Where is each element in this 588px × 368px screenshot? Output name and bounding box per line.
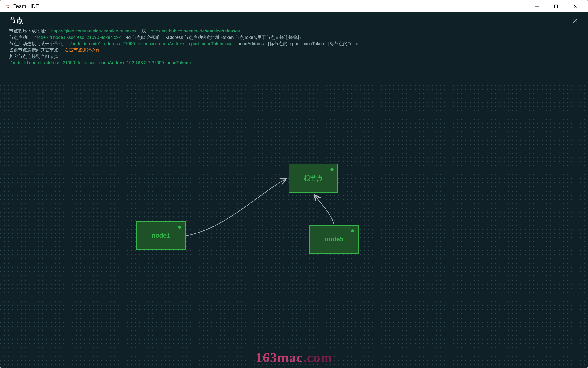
- window-maximize-button[interactable]: [546, 0, 566, 12]
- svg-rect-1: [555, 5, 558, 8]
- start-cmd: ./node -id node1 -address :21090 -token …: [33, 35, 121, 40]
- minimize-icon: [535, 4, 539, 9]
- app-window: Team ·IDE Team · IDE 节点 节点程序下载地址: https:…: [0, 0, 588, 368]
- connect-cmd: ./node -id node1 -address :21090 -token …: [69, 41, 231, 46]
- window-title: Team · IDE: [13, 3, 39, 9]
- rightclick-hint: 右击节点进行操作: [64, 47, 100, 52]
- info-block: 节点程序下载地址: https://gitee.com/teamide/team…: [0, 28, 588, 68]
- watermark: 163mac.com: [256, 350, 332, 365]
- start-desc: -id 节点ID,必须唯一 -address 节点启动绑定地址 -token 节…: [126, 35, 302, 40]
- panel-close-button[interactable]: [572, 17, 579, 24]
- window-minimize-button[interactable]: [527, 0, 546, 12]
- graph-node-node1[interactable]: node1: [136, 221, 185, 250]
- current-conn-label: 当前节点连接到其它节点:: [9, 47, 59, 52]
- titlebar: Team ·IDE Team · IDE: [0, 0, 588, 12]
- node-label: node1: [151, 232, 170, 239]
- node-label: node5: [325, 236, 343, 243]
- or-text: 或: [141, 28, 146, 33]
- other-conn-label: 其它节点连接到当前节点:: [9, 54, 59, 59]
- maximize-icon: [554, 4, 558, 8]
- status-dot-icon: [331, 168, 333, 171]
- other-conn-cmd: ./node -id node1 -address :21090 -token …: [9, 60, 192, 65]
- status-dot-icon: [351, 229, 354, 232]
- app-icon: Team ·IDE: [4, 4, 11, 9]
- graph-canvas[interactable]: [0, 85, 588, 368]
- panel-title: 节点: [9, 16, 23, 25]
- graph-node-root[interactable]: 根节点: [289, 164, 338, 193]
- github-link[interactable]: https://github.com/team-ide/teamide/rele…: [151, 28, 240, 33]
- window-close-button[interactable]: [566, 0, 585, 12]
- status-dot-icon: [178, 226, 181, 229]
- connect-desc: -connAddress 目标节点的ip:port -connToken 目标节…: [236, 41, 360, 46]
- graph-node-node5[interactable]: node5: [309, 225, 359, 254]
- close-icon: [573, 4, 578, 9]
- gitee-link[interactable]: https://gitee.com/teamide/teamide/releas…: [51, 28, 136, 33]
- close-icon: [573, 18, 578, 23]
- download-label: 节点程序下载地址:: [9, 28, 46, 33]
- start-label: 节点启动:: [9, 35, 28, 40]
- connect-label: 节点启动连接到某一个节点:: [9, 41, 64, 46]
- node-label: 根节点: [304, 174, 323, 183]
- panel-header: 节点: [0, 12, 588, 28]
- content-area: 节点 节点程序下载地址: https://gitee.com/teamide/t…: [0, 12, 588, 368]
